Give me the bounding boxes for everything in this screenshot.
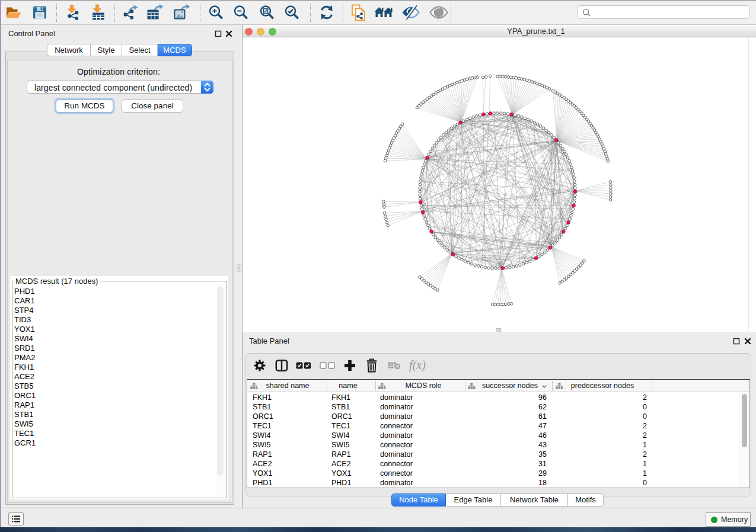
svg-text:f(x): f(x) xyxy=(409,358,426,372)
